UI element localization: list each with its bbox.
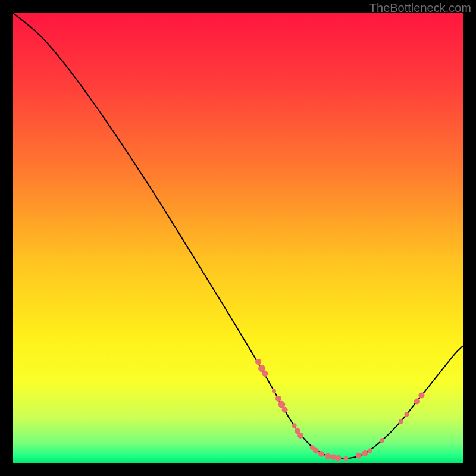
data-marker <box>313 448 319 454</box>
data-marker <box>282 407 288 413</box>
data-marker <box>380 438 384 443</box>
data-marker <box>330 454 336 460</box>
bottleneck-chart <box>13 13 463 463</box>
data-marker <box>272 389 276 393</box>
data-marker <box>414 398 420 404</box>
data-marker <box>292 423 297 428</box>
gradient-background <box>13 13 463 463</box>
watermark-text: TheBottleneck.com <box>369 1 471 15</box>
data-marker <box>399 419 403 424</box>
data-marker <box>318 451 324 457</box>
chart-container <box>13 13 463 463</box>
data-marker <box>255 359 261 365</box>
data-marker <box>362 450 368 456</box>
data-marker <box>418 393 424 399</box>
data-marker <box>325 453 331 459</box>
data-marker <box>368 449 372 453</box>
data-marker <box>262 371 268 377</box>
data-marker <box>405 412 409 416</box>
data-marker <box>336 455 342 461</box>
data-marker <box>275 396 281 402</box>
data-marker <box>298 433 303 439</box>
data-marker <box>343 456 348 461</box>
data-marker <box>356 453 362 459</box>
